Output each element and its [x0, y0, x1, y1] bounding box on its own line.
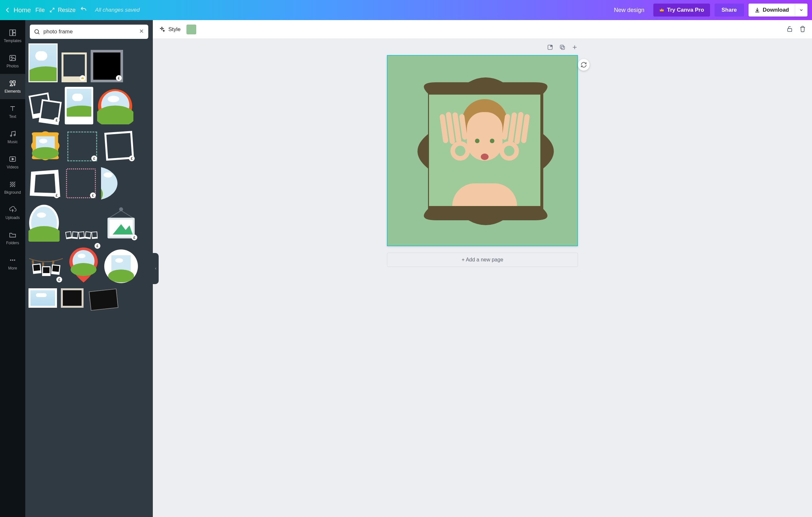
- rail-elements[interactable]: Elements: [0, 74, 25, 99]
- result-frame-card-landscape[interactable]: [65, 87, 93, 125]
- add-new-page-label: + Add a new page: [462, 257, 503, 263]
- svg-point-18: [32, 147, 59, 159]
- rail-music[interactable]: Music: [0, 125, 25, 149]
- home-label: Home: [13, 6, 31, 14]
- result-frame-polaroid-stack[interactable]: £: [28, 92, 61, 125]
- rail-text[interactable]: Text: [0, 99, 25, 125]
- result-frame-polaroid-cream[interactable]: [61, 53, 87, 82]
- new-design-button[interactable]: New design: [609, 4, 649, 16]
- svg-marker-21: [34, 174, 56, 193]
- result-frame-film-strip[interactable]: £: [63, 229, 100, 242]
- frame-photo-content[interactable]: [429, 94, 540, 206]
- download-dropdown-toggle[interactable]: [795, 4, 808, 17]
- duplicate-page-button[interactable]: [559, 44, 566, 52]
- rail-uploads[interactable]: Uploads: [0, 200, 25, 225]
- rail-photos[interactable]: Photos: [0, 49, 25, 74]
- svg-point-15: [97, 106, 134, 125]
- svg-rect-50: [560, 45, 563, 48]
- svg-point-16: [108, 96, 119, 102]
- rail-background[interactable]: Bkground: [0, 175, 25, 200]
- resize-icon: [49, 7, 55, 13]
- canvas-context-toolbar: Style: [153, 20, 812, 39]
- result-frame-portrait-landscape[interactable]: [28, 44, 58, 82]
- svg-point-41: [70, 263, 96, 276]
- svg-rect-34: [42, 263, 44, 266]
- rail-photos-label: Photos: [6, 64, 19, 69]
- svg-point-26: [37, 213, 46, 218]
- download-button[interactable]: Download: [749, 4, 795, 17]
- rail-videos[interactable]: Videos: [0, 149, 25, 175]
- svg-rect-39: [53, 265, 60, 272]
- try-canva-pro-button[interactable]: Try Canva Pro: [654, 4, 710, 17]
- result-frame-hanging-picture[interactable]: £: [104, 207, 139, 242]
- badge-paid: £: [90, 192, 96, 198]
- plus-icon: [572, 44, 578, 51]
- add-page-inline-button[interactable]: [572, 44, 578, 52]
- page-notes-button[interactable]: [547, 44, 553, 52]
- badge-paid: £: [54, 192, 60, 198]
- share-button[interactable]: Share: [715, 4, 744, 17]
- lock-button[interactable]: [786, 25, 793, 34]
- rail-text-label: Text: [9, 114, 16, 119]
- result-frame-grey-border[interactable]: £: [91, 50, 123, 82]
- rail-background-label: Bkground: [4, 190, 21, 195]
- svg-rect-36: [43, 267, 50, 273]
- style-label: Style: [168, 26, 181, 33]
- svg-point-8: [14, 134, 15, 136]
- rail-elements-label: Elements: [4, 89, 21, 93]
- badge-paid: £: [116, 75, 122, 81]
- result-frame-ornate-yellow[interactable]: [28, 129, 62, 163]
- try-pro-label: Try Canva Pro: [667, 7, 704, 13]
- result-frame-dark-square[interactable]: [61, 288, 84, 308]
- canvas-scroll[interactable]: + Add a new page: [153, 39, 812, 517]
- svg-point-42: [78, 254, 85, 258]
- svg-rect-2: [13, 33, 16, 36]
- result-frame-oval-landscape[interactable]: [28, 204, 60, 242]
- clear-search-button[interactable]: [139, 28, 144, 36]
- undo-icon: [80, 6, 87, 13]
- result-frame-red-map-pin[interactable]: [67, 246, 100, 284]
- result-frame-perspective-white[interactable]: £: [28, 167, 61, 199]
- home-button[interactable]: Home: [4, 6, 31, 14]
- result-frame-circle-polaroid[interactable]: [104, 249, 139, 284]
- delete-button[interactable]: [799, 25, 806, 34]
- result-frame-scallop-pink[interactable]: £: [65, 167, 97, 199]
- refresh-icon: [581, 61, 587, 68]
- rail-videos-label: Videos: [7, 165, 19, 169]
- result-frame-circle-orange-pin[interactable]: [97, 88, 134, 125]
- rail-more[interactable]: More: [0, 251, 25, 276]
- result-frame-tilted-white[interactable]: £: [102, 129, 136, 163]
- resize-button[interactable]: Resize: [49, 7, 76, 13]
- rail-templates[interactable]: Templates: [0, 23, 25, 49]
- add-new-page-button[interactable]: + Add a new page: [387, 253, 578, 267]
- result-frame-tilted-dark[interactable]: [87, 292, 120, 308]
- svg-point-7: [10, 135, 12, 136]
- regenerate-button[interactable]: [578, 59, 589, 71]
- elements-icon: [9, 79, 17, 87]
- rail-folders[interactable]: Folders: [0, 225, 25, 251]
- result-frame-clothesline[interactable]: £: [28, 256, 63, 284]
- svg-rect-3: [10, 55, 16, 61]
- rail-music-label: Music: [7, 140, 18, 144]
- search-input[interactable]: [44, 28, 135, 35]
- svg-rect-6: [13, 81, 15, 83]
- result-frame-half-circle[interactable]: [101, 167, 127, 199]
- result-frame-thick-white[interactable]: [28, 288, 57, 308]
- note-icon: [547, 44, 553, 51]
- svg-point-13: [35, 29, 38, 33]
- undo-button[interactable]: [80, 6, 87, 14]
- top-menu-bar: Home File Resize All changes saved New d…: [0, 0, 812, 20]
- style-button[interactable]: Style: [158, 26, 181, 33]
- chevron-down-icon: [799, 8, 804, 12]
- badge-paid: £: [132, 235, 137, 240]
- close-icon: [139, 28, 144, 34]
- search-results[interactable]: £ £: [25, 44, 153, 517]
- badge-paid: £: [91, 156, 97, 161]
- file-menu[interactable]: File: [35, 7, 45, 13]
- templates-icon: [9, 29, 17, 36]
- crown-icon: [659, 7, 664, 12]
- collapse-side-panel-button[interactable]: [153, 253, 158, 284]
- page-fill-color-chip[interactable]: [186, 25, 196, 34]
- design-page[interactable]: [387, 55, 578, 246]
- result-frame-dashed-teal[interactable]: £: [66, 130, 98, 163]
